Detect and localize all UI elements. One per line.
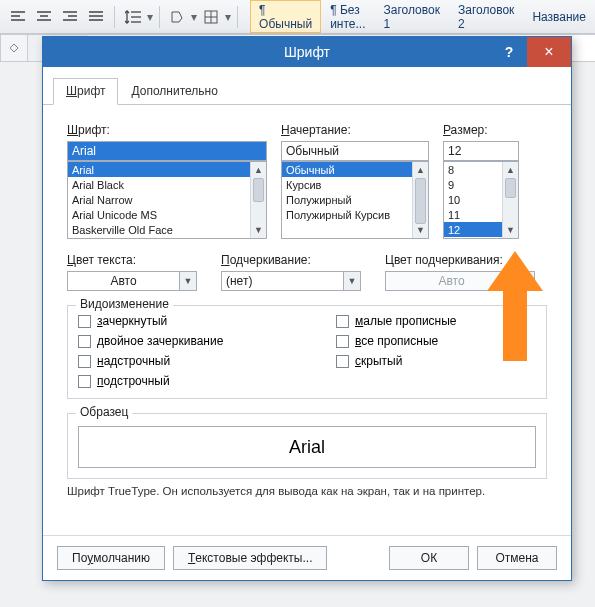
ruler-corner	[0, 34, 28, 62]
scroll-up-icon[interactable]: ▲	[503, 162, 518, 178]
text-effects-button[interactable]: Текстовые эффекты...	[173, 546, 328, 570]
align-center-button[interactable]	[32, 5, 56, 29]
line-spacing-button[interactable]	[121, 5, 145, 29]
underline-color-label: Цвет подчеркивания:	[385, 253, 535, 267]
check-small-caps[interactable]: малые прописные	[336, 314, 536, 328]
scroll-down-icon[interactable]: ▼	[503, 222, 518, 238]
ok-button[interactable]: ОК	[389, 546, 469, 570]
align-justify-button[interactable]	[84, 5, 108, 29]
effects-group: Видоизменение зачеркнутый двойное зачерк…	[67, 305, 547, 399]
sample-legend: Образец	[76, 405, 132, 419]
list-item[interactable]: Полужирный Курсив	[282, 207, 412, 222]
check-superscript[interactable]: надстрочный	[78, 354, 223, 368]
color-label: Цвет текста:	[67, 253, 197, 267]
sample-preview: Arial	[78, 426, 536, 468]
style-heading2[interactable]: Заголовок 2	[449, 0, 523, 33]
underline-label: Подчеркивание:	[221, 253, 361, 267]
size-input[interactable]: 12	[443, 141, 519, 161]
align-left-button[interactable]	[6, 5, 30, 29]
close-button[interactable]: ×	[527, 37, 571, 67]
separator	[159, 6, 160, 28]
style-normal[interactable]: ¶ Обычный	[250, 0, 321, 33]
list-item[interactable]: Arial Unicode MS	[68, 207, 250, 222]
sample-group: Образец Arial	[67, 413, 547, 479]
align-right-button[interactable]	[58, 5, 82, 29]
check-hidden[interactable]: скрытый	[336, 354, 536, 368]
scrollbar[interactable]: ▲ ▼	[502, 162, 518, 238]
tabs: Шрифт Дополнительно	[43, 67, 571, 105]
borders-button[interactable]	[199, 5, 223, 29]
underline-color-combo: Авто ▼	[385, 271, 535, 291]
scroll-thumb[interactable]	[415, 178, 426, 224]
list-item[interactable]: 8	[444, 162, 502, 177]
list-item[interactable]: Полужирный	[282, 192, 412, 207]
style-title[interactable]: Название	[523, 0, 595, 33]
tab-font[interactable]: Шрифт	[53, 78, 118, 105]
underline-combo[interactable]: (нет) ▼	[221, 271, 361, 291]
scroll-down-icon[interactable]: ▼	[251, 222, 266, 238]
style-listbox[interactable]: Обычный Курсив Полужирный Полужирный Кур…	[281, 161, 429, 239]
list-item[interactable]: 12	[444, 222, 502, 237]
font-label: Шрифт:	[67, 123, 267, 137]
list-item[interactable]: Курсив	[282, 177, 412, 192]
titlebar: Шрифт ? ×	[43, 37, 571, 67]
check-all-caps[interactable]: все прописные	[336, 334, 536, 348]
shading-button[interactable]	[165, 5, 189, 29]
check-strikethrough[interactable]: зачеркнутый	[78, 314, 223, 328]
size-label: Размер:	[443, 123, 519, 137]
scrollbar[interactable]: ▲ ▼	[412, 162, 428, 238]
font-hint: Шрифт TrueType. Он используется для выво…	[67, 485, 547, 497]
cancel-button[interactable]: Отмена	[477, 546, 557, 570]
list-item[interactable]: Обычный	[282, 162, 412, 177]
list-item[interactable]: Arial Narrow	[68, 192, 250, 207]
dropdown-icon[interactable]: ▾	[147, 10, 153, 24]
list-item[interactable]: 10	[444, 192, 502, 207]
help-button[interactable]: ?	[491, 37, 527, 67]
chevron-down-icon[interactable]: ▼	[179, 271, 197, 291]
scroll-thumb[interactable]	[505, 178, 516, 198]
ribbon: ▾ ▾ ▾ ¶ Обычный ¶ Без инте... Заголовок …	[0, 0, 595, 34]
check-subscript[interactable]: подстрочный	[78, 374, 223, 388]
scroll-up-icon[interactable]: ▲	[413, 162, 428, 178]
size-listbox[interactable]: 8 9 10 11 12 ▲ ▼	[443, 161, 519, 239]
list-item[interactable]: 9	[444, 177, 502, 192]
font-input[interactable]: Arial	[67, 141, 267, 161]
font-listbox[interactable]: Arial Arial Black Arial Narrow Arial Uni…	[67, 161, 267, 239]
scroll-up-icon[interactable]: ▲	[251, 162, 266, 178]
default-button[interactable]: По умолчанию	[57, 546, 165, 570]
separator	[237, 6, 238, 28]
font-dialog: Шрифт ? × Шрифт Дополнительно Шрифт: Ari…	[42, 36, 572, 581]
effects-legend: Видоизменение	[76, 297, 173, 311]
scroll-thumb[interactable]	[253, 178, 264, 202]
style-input[interactable]: Обычный	[281, 141, 429, 161]
chevron-down-icon[interactable]: ▼	[343, 271, 361, 291]
dialog-body: Шрифт: Arial Arial Arial Black Arial Nar…	[43, 105, 571, 535]
chevron-down-icon: ▼	[517, 271, 535, 291]
separator	[114, 6, 115, 28]
style-no-spacing[interactable]: ¶ Без инте...	[321, 0, 374, 33]
dialog-footer: По умолчанию Текстовые эффекты... ОК Отм…	[43, 535, 571, 580]
check-double-strike[interactable]: двойное зачеркивание	[78, 334, 223, 348]
dropdown-icon[interactable]: ▾	[225, 10, 231, 24]
style-heading1[interactable]: Заголовок 1	[375, 0, 449, 33]
list-item[interactable]: Baskerville Old Face	[68, 222, 250, 237]
list-item[interactable]: Arial Black	[68, 177, 250, 192]
tab-advanced[interactable]: Дополнительно	[118, 78, 230, 105]
scrollbar[interactable]: ▲ ▼	[250, 162, 266, 238]
scroll-down-icon[interactable]: ▼	[413, 222, 428, 238]
color-combo[interactable]: Авто ▼	[67, 271, 197, 291]
dropdown-icon[interactable]: ▾	[191, 10, 197, 24]
list-item[interactable]: Arial	[68, 162, 250, 177]
style-label: Начертание:	[281, 123, 429, 137]
list-item[interactable]: 11	[444, 207, 502, 222]
styles-gallery: ¶ Обычный ¶ Без инте... Заголовок 1 Заго…	[250, 0, 595, 33]
